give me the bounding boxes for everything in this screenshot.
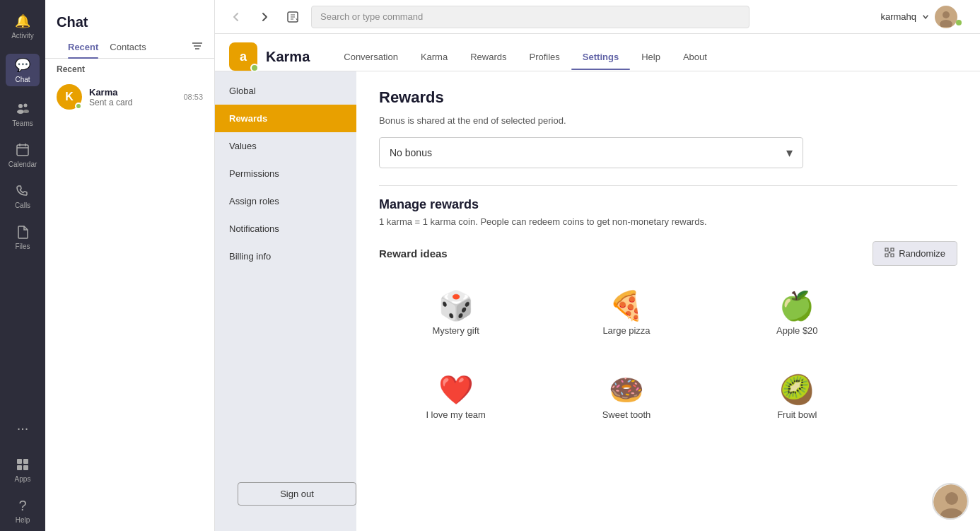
- rewards-content: Rewards Bonus is shared at the end of se…: [356, 71, 980, 531]
- nav-help[interactable]: Help: [630, 45, 672, 69]
- top-bar: Search or type command karmahq: [215, 0, 980, 34]
- bonus-dropdown[interactable]: No bonus ▾: [379, 137, 803, 168]
- sidebar-item-calendar[interactable]: Calendar: [0, 134, 45, 175]
- sidebar-item-teams[interactable]: Teams: [0, 93, 45, 134]
- reward-item-2: 🍏 Apple $20: [721, 280, 874, 347]
- reward-item-1: 🍕 Large pizza: [549, 280, 703, 347]
- nav-about[interactable]: About: [672, 45, 718, 69]
- settings-item-values[interactable]: Values: [215, 132, 356, 160]
- svg-point-1: [24, 104, 28, 107]
- svg-point-17: [943, 11, 950, 18]
- content-body: Global Rewards Values Permissions Assign…: [215, 71, 980, 531]
- user-profile[interactable]: karmahq: [880, 6, 969, 28]
- back-button[interactable]: [226, 7, 246, 27]
- reward-emoji-5: 🥝: [779, 375, 815, 404]
- more-icon: ···: [14, 419, 31, 436]
- reward-emoji-0: 🎲: [438, 291, 474, 320]
- calls-icon: [14, 182, 31, 199]
- sidebar-item-files[interactable]: Files: [0, 216, 45, 257]
- chevron-down-icon: [922, 13, 929, 21]
- settings-item-rewards[interactable]: Rewards: [215, 105, 356, 132]
- calendar-icon: [14, 141, 31, 158]
- floating-avatar[interactable]: [932, 483, 969, 520]
- randomize-button[interactable]: Randomize: [873, 241, 957, 266]
- reward-label-2: Apple $20: [776, 325, 818, 336]
- reward-item-4: 🍩 Sweet tooth: [549, 364, 703, 431]
- tab-recent[interactable]: Recent: [68, 36, 98, 58]
- avatar: K: [57, 84, 82, 110]
- sidebar-item-chat[interactable]: 💬 Chat: [0, 47, 45, 93]
- reward-emoji-3: ❤️: [438, 375, 474, 404]
- bonus-value: No bonus: [390, 147, 432, 158]
- search-bar[interactable]: Search or type command: [311, 6, 749, 28]
- reward-item-0: 🎲 Mystery gift: [379, 280, 532, 347]
- nav-karma[interactable]: Karma: [409, 45, 459, 69]
- user-avatar: [935, 6, 957, 28]
- nav-settings[interactable]: Settings: [571, 45, 630, 69]
- svg-rect-10: [17, 465, 22, 470]
- chat-list-item[interactable]: K Karma Sent a card 08:53: [45, 77, 214, 117]
- settings-item-permissions[interactable]: Permissions: [215, 160, 356, 187]
- tab-contacts[interactable]: Contacts: [110, 36, 146, 58]
- sidebar-item-activity[interactable]: 🔔 Activity: [0, 6, 45, 47]
- nav-profiles[interactable]: Profiles: [518, 45, 571, 69]
- reward-label-3: I love my team: [426, 409, 486, 420]
- app-logo: a: [229, 42, 257, 71]
- randomize-icon: [885, 247, 894, 259]
- left-sidebar: 🔔 Activity 💬 Chat Teams Ca: [0, 0, 45, 531]
- manage-rewards-desc: 1 karma = 1 karma coin. People can redee…: [379, 216, 957, 227]
- chat-tabs: Recent Contacts: [57, 36, 186, 58]
- forward-button[interactable]: [255, 7, 274, 27]
- chevron-down-icon: ▾: [786, 145, 793, 161]
- sidebar-item-more[interactable]: ···: [0, 412, 45, 443]
- svg-point-21: [945, 492, 958, 505]
- svg-point-3: [23, 110, 29, 113]
- compose-button[interactable]: [283, 7, 303, 27]
- reward-emoji-4: 🍩: [609, 375, 644, 404]
- reward-label-5: Fruit bowl: [777, 409, 817, 420]
- online-dot: [956, 20, 962, 25]
- sidebar-item-calls[interactable]: Calls: [0, 175, 45, 216]
- settings-item-billing-info[interactable]: Billing info: [215, 243, 356, 270]
- help-icon: ?: [14, 497, 31, 514]
- sidebar-item-help[interactable]: ? Help: [0, 490, 45, 531]
- reward-emoji-1: 🍕: [609, 291, 644, 320]
- reward-ideas-label: Reward ideas: [379, 247, 448, 259]
- bonus-subtitle: Bonus is shared at the end of selected p…: [379, 115, 957, 126]
- svg-point-2: [17, 110, 24, 114]
- settings-sidebar: Global Rewards Values Permissions Assign…: [215, 71, 356, 531]
- reward-item-5: 🥝 Fruit bowl: [721, 364, 874, 431]
- nav-rewards[interactable]: Rewards: [459, 45, 518, 69]
- status-dot: [75, 103, 82, 110]
- reward-item-3: ❤️ I love my team: [379, 364, 532, 431]
- reward-label-0: Mystery gift: [432, 325, 479, 336]
- svg-rect-8: [17, 459, 22, 464]
- teams-icon: [14, 100, 31, 117]
- app-content: a Karma Conversation Karma Rewards Profi…: [215, 34, 980, 531]
- reward-label-1: Large pizza: [602, 325, 650, 336]
- chat-title: Chat: [45, 0, 214, 36]
- chat-panel: Chat Recent Contacts Recent K Karma Sent…: [45, 0, 215, 531]
- svg-point-19: [889, 252, 891, 254]
- files-icon: [14, 223, 31, 240]
- rewards-title: Rewards: [379, 88, 957, 107]
- svg-rect-4: [17, 145, 28, 156]
- activity-icon: 🔔: [14, 13, 31, 30]
- rewards-grid: 🎲 Mystery gift 🍕 Large pizza 🍏 Apple $20…: [379, 280, 874, 431]
- settings-item-assign-roles[interactable]: Assign roles: [215, 187, 356, 215]
- settings-item-global[interactable]: Global: [215, 77, 356, 105]
- chat-item-info: Karma Sent a card: [89, 87, 176, 107]
- search-placeholder: Search or type command: [320, 11, 423, 22]
- svg-rect-11: [23, 465, 28, 470]
- reward-ideas-header: Reward ideas Randomize: [379, 241, 957, 266]
- reward-emoji-2: 🍏: [779, 291, 815, 320]
- svg-point-0: [18, 104, 23, 108]
- chat-icon: 💬: [14, 57, 31, 74]
- nav-conversation[interactable]: Conversation: [332, 45, 409, 69]
- apps-icon: [14, 456, 31, 473]
- reward-label-4: Sweet tooth: [602, 409, 651, 420]
- filter-icon[interactable]: [192, 40, 203, 54]
- sidebar-item-apps[interactable]: Apps: [0, 449, 45, 490]
- sign-out-button[interactable]: Sign out: [238, 482, 356, 506]
- settings-item-notifications[interactable]: Notifications: [215, 215, 356, 243]
